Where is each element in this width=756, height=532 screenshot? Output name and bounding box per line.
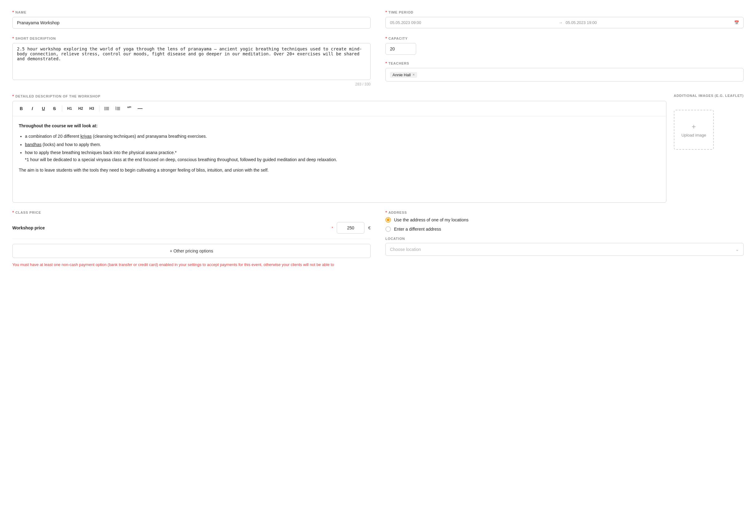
editor-content[interactable]: Throughout the course we will look at: a… [13,116,666,202]
h3-button[interactable]: H3 [87,104,97,114]
svg-point-0 [105,107,106,108]
additional-images-label: ADDITIONAL IMAGES (E.G. LEAFLET) [674,94,744,97]
add-pricing-label: + Other pricing options [170,248,213,253]
radio-option-different-address[interactable]: Enter a different address [385,226,744,232]
teachers-required-star: * [385,61,387,65]
h1-button[interactable]: H1 [65,104,74,114]
editor-toolbar: B I U S H1 H2 H3 [13,101,666,116]
teachers-input[interactable]: Annie Hall × [385,68,744,82]
class-price-required-star: * [12,210,14,215]
currency-symbol: € [368,225,371,230]
time-period-field-group: * TIME PERIOD 05.05.2023 09:00 → 05.05.2… [385,10,744,29]
time-period-required-star: * [385,10,387,14]
additional-images-section: ADDITIONAL IMAGES (E.G. LEAFLET) + Uploa… [674,94,744,203]
time-period-start: 05.05.2023 09:00 [390,20,555,25]
detailed-description-field-group: * DETAILED DESCRIPTION OF THE WORKSHOP B… [12,94,666,203]
address-radio-group: Use the address of one of my locations E… [385,217,744,232]
upload-image-button[interactable]: + Upload image [674,110,714,150]
class-price-section: * CLASS PRICE Workshop price * € + Other… [12,210,371,268]
teachers-field-group: * TEACHERS Annie Hall × [385,61,744,82]
radio-circle-unselected [385,226,391,232]
address-required-star: * [385,210,387,215]
location-placeholder: Choose location [390,247,421,252]
detailed-description-label: * DETAILED DESCRIPTION OF THE WORKSHOP [12,94,666,98]
bullet-list-button[interactable] [102,104,112,114]
name-input[interactable] [12,17,371,29]
radio-circle-selected [385,217,391,223]
numbered-list-button[interactable]: 1. 2. 3. [113,104,123,114]
time-period-label: * TIME PERIOD [385,10,744,14]
radio-option-my-locations[interactable]: Use the address of one of my locations [385,217,744,223]
short-description-input[interactable]: 2.5 hour workshop exploring the world of… [12,43,371,80]
workshop-price-input[interactable] [337,222,364,234]
divider-button[interactable]: — [135,104,145,114]
upload-image-label: Upload image [682,133,706,138]
strikethrough-button[interactable]: S [50,104,59,114]
workshop-price-row: Workshop price * € [12,217,371,239]
short-desc-required-star: * [12,36,14,40]
add-pricing-button[interactable]: + Other pricing options [12,244,371,258]
underline-button[interactable]: U [39,104,48,114]
teacher-tag: Annie Hall × [390,72,417,78]
name-required-star: * [12,10,14,14]
calendar-icon[interactable]: 📅 [734,20,739,25]
detailed-desc-required-star: * [12,94,14,98]
capacity-label: * CAPACITY [385,36,744,40]
capacity-input[interactable] [385,43,416,55]
remove-teacher-button[interactable]: × [413,73,415,77]
workshop-price-label: Workshop price [12,225,328,230]
plus-icon: + [692,122,696,131]
h2-button[interactable]: H2 [76,104,86,114]
name-label: * NAME [12,10,371,14]
short-description-label: * SHORT DESCRIPTION [12,36,371,40]
char-counter: 283 / 330 [12,82,371,87]
svg-point-1 [105,108,106,109]
svg-point-2 [105,110,106,111]
name-field-group: * NAME [12,10,371,29]
detailed-description-section: * DETAILED DESCRIPTION OF THE WORKSHOP B… [12,94,744,203]
capacity-field-group: * CAPACITY [385,36,744,55]
time-period-input[interactable]: 05.05.2023 09:00 → 05.05.2023 19:00 📅 [385,17,744,28]
capacity-required-star: * [385,36,387,40]
arrow-icon: → [559,20,563,25]
quote-button[interactable]: “” [124,104,134,114]
location-select[interactable]: Choose location ⌄ [385,243,744,256]
italic-button[interactable]: I [27,104,37,114]
time-period-end: 05.05.2023 19:00 [566,20,731,25]
short-description-field-group: * SHORT DESCRIPTION 2.5 hour workshop ex… [12,36,371,87]
toolbar-divider-2 [99,106,99,112]
teacher-name: Annie Hall [392,73,411,77]
warning-text: You must have at least one non-cash paym… [12,262,371,268]
class-price-label: * CLASS PRICE [12,210,371,215]
price-required-star: * [332,226,333,230]
chevron-down-icon: ⌄ [735,247,739,252]
svg-text:3.: 3. [116,109,117,111]
bold-button[interactable]: B [16,104,26,114]
radio-label-different-address: Enter a different address [394,227,441,232]
teachers-label: * TEACHERS [385,61,744,65]
address-section: * ADDRESS Use the address of one of my l… [385,210,744,268]
bottom-section: * CLASS PRICE Workshop price * € + Other… [12,210,744,268]
rich-editor: B I U S H1 H2 H3 [12,101,666,203]
right-column-group: * CAPACITY * TEACHERS Annie Hall × [385,36,744,87]
address-label: * ADDRESS [385,210,744,215]
location-label: LOCATION [385,237,744,241]
toolbar-divider-1 [62,106,62,112]
radio-label-my-locations: Use the address of one of my locations [394,217,469,222]
